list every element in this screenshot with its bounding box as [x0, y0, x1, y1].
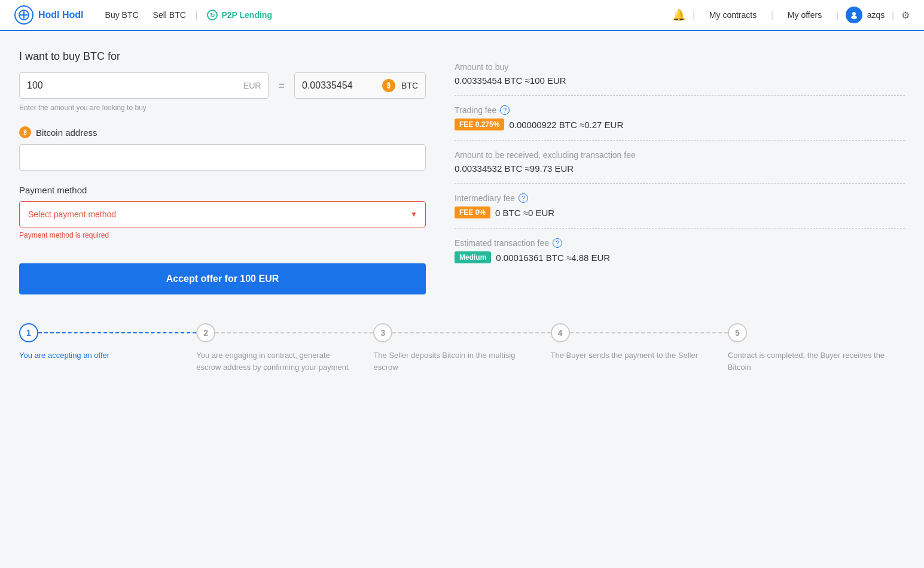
step-item-1: 1You are accepting an offer — [19, 323, 196, 373]
equals-sign: = — [278, 80, 285, 92]
intermediary-fee-value: FEE 0% 0 BTC ≈0 EUR — [455, 206, 905, 218]
buy-btc-link[interactable]: Buy BTC — [98, 10, 146, 20]
transaction-fee-row: Estimated transaction fee ? Medium 0.000… — [455, 229, 905, 273]
step-circle-3: 3 — [373, 323, 392, 342]
trading-fee-badge: FEE 0.275% — [455, 119, 504, 130]
divider-1: | — [196, 10, 198, 20]
trading-fee-help-icon[interactable]: ? — [500, 105, 510, 115]
trading-fee-label: Trading fee ? — [455, 105, 905, 115]
my-offers-link[interactable]: My offers — [780, 10, 829, 20]
step-line-1 — [38, 332, 196, 333]
p2p-lending-link[interactable]: ↻ P2P Lending — [200, 10, 279, 21]
intermediary-fee-label: Intermediary fee ? — [455, 193, 905, 203]
step-circle-1: 1 — [19, 323, 38, 342]
btc-small-icon: ₿ — [19, 126, 31, 138]
amount-input[interactable] — [27, 80, 239, 91]
step-item-3: 3The Seller deposits Bitcoin in the mult… — [373, 323, 550, 373]
main-content: I want to buy BTC for EUR = 0.00335454 ₿… — [0, 31, 924, 294]
step-line-4 — [570, 332, 728, 333]
settings-gear-icon[interactable]: ⚙ — [901, 10, 910, 21]
nav-right: 🔔 | My contracts | My offers | azqs | ⚙ — [672, 7, 910, 23]
step-circle-2: 2 — [196, 323, 215, 342]
transaction-fee-label: Estimated transaction fee ? — [455, 238, 905, 248]
bitcoin-address-label: ₿ Bitcoin address — [19, 126, 426, 138]
navbar: Hodl Hodl Buy BTC Sell BTC | ↻ P2P Lendi… — [0, 0, 924, 31]
payment-method-select[interactable]: Select payment method — [19, 201, 426, 227]
section-title: I want to buy BTC for — [19, 50, 426, 63]
logo-icon — [14, 5, 33, 25]
step-circle-5: 5 — [728, 323, 747, 342]
payment-section: Payment method Select payment method ▼ P… — [19, 185, 426, 239]
divider-2: | — [693, 10, 695, 20]
amount-currency: EUR — [243, 81, 261, 90]
amount-received-row: Amount to be received, excluding transac… — [455, 141, 905, 184]
transaction-fee-value: Medium 0.00016361 BTC ≈4.88 EUR — [455, 251, 905, 263]
right-panel: Amount to buy 0.00335454 BTC ≈100 EUR Tr… — [455, 50, 905, 294]
sell-btc-link[interactable]: Sell BTC — [146, 10, 193, 20]
notification-bell-icon[interactable]: 🔔 — [672, 8, 685, 22]
step-label-5: Contract is completed, the Buyer receive… — [728, 350, 888, 373]
btc-icon: ₿ — [382, 79, 395, 92]
my-contracts-link[interactable]: My contracts — [702, 10, 764, 20]
step-item-2: 2You are engaging in contract, generate … — [196, 323, 373, 373]
logo[interactable]: Hodl Hodl — [14, 5, 84, 25]
medium-badge: Medium — [455, 251, 491, 263]
btc-display: 0.00335454 ₿ BTC — [294, 72, 426, 99]
p2p-icon: ↻ — [207, 10, 218, 20]
left-panel: I want to buy BTC for EUR = 0.00335454 ₿… — [19, 50, 426, 294]
amount-to-buy-label: Amount to buy — [455, 62, 905, 72]
btc-amount: 0.00335454 — [302, 80, 376, 91]
bitcoin-address-section: ₿ Bitcoin address — [19, 126, 426, 171]
step-label-1: You are accepting an offer — [19, 350, 109, 362]
step-label-2: You are engaging in contract, generate e… — [196, 350, 356, 373]
step-item-5: 5Contract is completed, the Buyer receiv… — [728, 323, 905, 373]
accept-offer-button[interactable]: Accept offer for 100 EUR — [19, 263, 426, 294]
payment-error: Payment method is required — [19, 231, 426, 239]
username[interactable]: azqs — [867, 10, 885, 20]
step-item-4: 4The Buyer sends the payment to the Sell… — [551, 323, 728, 373]
amount-to-buy-value: 0.00335454 BTC ≈100 EUR — [455, 75, 905, 86]
step-line-2 — [215, 332, 373, 333]
intermediary-fee-badge: FEE 0% — [455, 206, 490, 218]
step-circle-4: 4 — [551, 323, 570, 342]
payment-select-wrap: Select payment method ▼ — [19, 201, 426, 227]
amount-hint: Enter the amount you are looking to buy — [19, 104, 426, 112]
divider-4: | — [836, 10, 838, 20]
avatar — [846, 7, 862, 23]
steps-section: 1You are accepting an offer2You are enga… — [0, 294, 924, 392]
intermediary-fee-help-icon[interactable]: ? — [519, 193, 528, 203]
intermediary-fee-row: Intermediary fee ? FEE 0% 0 BTC ≈0 EUR — [455, 184, 905, 229]
amount-input-wrap: EUR — [19, 72, 269, 99]
step-label-4: The Buyer sends the payment to the Selle… — [551, 350, 698, 362]
step-label-3: The Seller deposits Bitcoin in the multi… — [373, 350, 533, 373]
amount-row: EUR = 0.00335454 ₿ BTC — [19, 72, 426, 99]
amount-received-value: 0.00334532 BTC ≈99.73 EUR — [455, 163, 905, 174]
btc-label: BTC — [401, 81, 418, 90]
transaction-fee-help-icon[interactable]: ? — [553, 238, 562, 248]
payment-method-label: Payment method — [19, 185, 426, 195]
trading-fee-row: Trading fee ? FEE 0.275% 0.00000922 BTC … — [455, 96, 905, 141]
amount-to-buy-row: Amount to buy 0.00335454 BTC ≈100 EUR — [455, 53, 905, 96]
trading-fee-value: FEE 0.275% 0.00000922 BTC ≈0.27 EUR — [455, 119, 905, 130]
svg-point-3 — [852, 12, 856, 16]
amount-received-label: Amount to be received, excluding transac… — [455, 150, 905, 160]
svg-point-4 — [851, 16, 857, 19]
logo-text: Hodl Hodl — [38, 10, 84, 20]
step-line-3 — [392, 332, 550, 333]
divider-3: | — [771, 10, 773, 20]
divider-5: | — [892, 10, 894, 20]
bitcoin-address-input[interactable] — [19, 144, 426, 171]
